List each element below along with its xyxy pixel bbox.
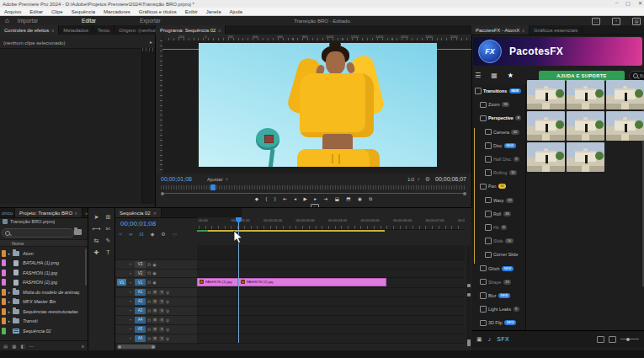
fx-category-item[interactable]: Corner Slide <box>471 248 525 261</box>
label-color-chip[interactable] <box>2 289 6 296</box>
lock-icon[interactable]: ▪ <box>128 271 133 275</box>
sync-lock-icon[interactable]: ⊡ <box>147 318 151 323</box>
menu-item[interactable]: Marcadores <box>99 9 135 14</box>
timeline-horizontal-scrollbar[interactable] <box>117 345 156 349</box>
extract-button[interactable]: ⬒ <box>346 197 350 202</box>
solo-button[interactable]: S <box>159 336 164 341</box>
project-item[interactable]: ▸ MFX Master Bin <box>0 297 85 307</box>
mic-icon[interactable]: ψ <box>166 299 169 304</box>
twirl-arrow[interactable]: ▸ <box>7 251 12 256</box>
sync-lock-icon[interactable]: ⊡ <box>147 270 151 275</box>
favorites-star-icon[interactable]: ★ <box>508 72 514 79</box>
go-to-in-button[interactable]: ⇤ <box>283 197 287 202</box>
mute-button[interactable]: M <box>152 290 157 295</box>
sync-lock-icon[interactable]: ⊡ <box>147 336 151 341</box>
new-bin-icon[interactable] <box>74 229 82 235</box>
workspace-tab-importar[interactable]: Importar <box>18 18 38 24</box>
crop-frame-icon[interactable] <box>609 336 616 343</box>
tab-metadados[interactable]: Metadados <box>59 25 93 35</box>
comparison-view-button[interactable]: ⧉ <box>369 197 372 202</box>
twirl-arrow[interactable]: ▸ <box>7 318 12 323</box>
music-note-icon[interactable]: ♪ <box>488 336 492 342</box>
fx-category-item[interactable]: Roll 18 <box>471 207 525 221</box>
fx-category-item[interactable]: Glitch NEW <box>471 261 525 275</box>
fx-category-item[interactable]: Warp 19 <box>471 194 525 207</box>
panel-menu-icon[interactable]: ≡ <box>75 211 77 216</box>
settings-wrench-icon[interactable]: ⚙ <box>425 176 430 182</box>
project-scrollbar[interactable] <box>85 248 87 286</box>
lock-icon[interactable]: ▪ <box>128 299 133 303</box>
menu-item[interactable]: Sequência <box>67 9 99 14</box>
program-zoom-bar[interactable] <box>161 192 466 195</box>
selection-tool[interactable]: ➤ <box>91 213 102 222</box>
sync-lock-icon[interactable]: ⊡ <box>147 290 151 295</box>
tab-historico-partial[interactable]: órico <box>0 208 15 217</box>
type-tool[interactable]: T <box>103 248 114 257</box>
mute-button[interactable]: M <box>152 318 157 323</box>
lock-icon[interactable]: ▪ <box>128 318 133 322</box>
panel-menu-icon[interactable]: ≡ <box>218 28 221 33</box>
home-icon[interactable]: ⌂ <box>0 17 18 24</box>
preset-thumbnail[interactable] <box>567 142 604 172</box>
project-item[interactable]: FASHION (2).jpg <box>0 278 85 288</box>
fx-category-item[interactable]: Half Disc 9 <box>471 152 525 166</box>
project-item[interactable]: ▸ Transiti <box>0 317 85 327</box>
timeline-toggle-icon[interactable]: ▸ <box>150 39 152 45</box>
razor-tool[interactable]: ✄ <box>103 225 114 233</box>
fx-category-item[interactable]: Transitions NEW <box>471 84 525 98</box>
track-select-tool[interactable]: ⊞ <box>103 213 114 222</box>
solo-button[interactable]: S <box>159 308 164 313</box>
preset-thumbnail[interactable] <box>527 142 565 172</box>
quick-export-icon[interactable]: ↑ <box>612 18 620 25</box>
fx-category-item[interactable]: Shape 19 <box>471 275 525 289</box>
track-name[interactable]: V3 <box>135 261 146 268</box>
workspace-tab-exportar[interactable]: Exportar <box>140 18 161 24</box>
project-item[interactable]: ▸ Atom <box>0 248 85 259</box>
resolution-dropdown[interactable]: 1/2 ∨ <box>407 177 420 182</box>
eye-icon[interactable]: ◉ <box>152 262 156 267</box>
eye-icon[interactable]: ◉ <box>152 270 156 275</box>
solo-button[interactable]: S <box>159 327 164 332</box>
minimize-button[interactable]: – <box>615 0 618 6</box>
mute-button[interactable]: M <box>152 308 157 313</box>
mic-icon[interactable]: ψ <box>166 318 169 323</box>
fx-category-item[interactable]: Perspective 8 <box>471 111 525 125</box>
lock-icon[interactable]: ▪ <box>128 336 133 340</box>
solo-button[interactable]: S <box>159 299 164 304</box>
menu-item[interactable]: Editar <box>25 9 47 14</box>
project-column-header[interactable]: Nome <box>0 239 88 247</box>
label-color-chip[interactable] <box>2 259 6 266</box>
project-item[interactable]: Sequência 02 <box>0 326 85 336</box>
tab-graficos-essenciais[interactable]: Gráficos essenciais <box>530 25 583 35</box>
sync-lock-icon[interactable]: ⊡ <box>147 327 151 332</box>
label-color-chip[interactable] <box>2 318 6 324</box>
lock-icon[interactable]: ▪ <box>128 290 133 294</box>
fit-dropdown[interactable]: Ajustar ∨ <box>207 177 228 182</box>
track-name[interactable]: V1 <box>135 279 146 286</box>
preset-thumbnail[interactable] <box>606 111 644 141</box>
mic-icon[interactable]: ψ <box>166 308 169 313</box>
preset-thumbnail[interactable] <box>567 111 604 141</box>
lock-icon[interactable]: ▪ <box>128 327 133 331</box>
close-icon[interactable]: ✕ <box>153 211 157 216</box>
maximize-button[interactable]: ▢ <box>625 0 631 6</box>
twirl-arrow[interactable]: ▸ <box>7 309 12 314</box>
effect-mini-timeline[interactable] <box>141 48 155 204</box>
track-name[interactable]: A1 <box>135 289 146 296</box>
mute-button[interactable]: M <box>152 327 157 332</box>
lock-icon[interactable]: ▪ <box>128 308 133 313</box>
mic-icon[interactable]: ψ <box>166 327 169 332</box>
eye-icon[interactable]: ◉ <box>152 280 156 285</box>
mark-in-button[interactable]: { <box>265 197 267 202</box>
close-button[interactable]: ✕ <box>638 0 642 6</box>
twirl-arrow[interactable]: ▸ <box>7 290 12 295</box>
timeline-vertical-scrollbar[interactable] <box>466 245 471 343</box>
workspace-tab-editar[interactable]: Editar <box>82 18 96 24</box>
fx-category-item[interactable]: Light Leaks 9 <box>471 302 525 316</box>
mark-out-button[interactable]: } <box>274 197 276 202</box>
fx-category-item[interactable]: Disc NEW <box>471 139 525 152</box>
step-back-button[interactable]: ◂ <box>294 197 296 202</box>
solo-button[interactable]: S <box>159 290 164 295</box>
tab-sequencia-02[interactable]: Sequência 02 ✕ <box>115 208 162 217</box>
menu-item[interactable]: Janela <box>202 9 226 14</box>
